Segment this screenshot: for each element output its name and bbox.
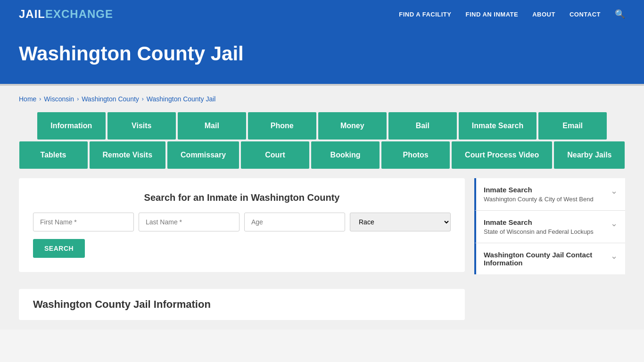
btn-court-process-video[interactable]: Court Process Video — [452, 141, 552, 169]
breadcrumb-sep-3: › — [142, 96, 144, 102]
search-title: Search for an Inmate in Washington Count… — [33, 192, 451, 203]
race-select[interactable]: Race White Black Hispanic Asian Other — [350, 213, 451, 231]
sidebar-item-sub-1: Washington County & City of West Bend — [484, 196, 594, 203]
sidebar-item-text: Inmate Search Washington County & City o… — [484, 186, 594, 203]
breadcrumb-jail[interactable]: Washington County Jail — [147, 95, 216, 103]
btn-information[interactable]: Information — [37, 112, 106, 140]
btn-court[interactable]: Court — [241, 141, 309, 169]
btn-email[interactable]: Email — [538, 112, 607, 140]
nav-find-inmate[interactable]: FIND AN INMATE — [465, 11, 518, 18]
btn-tablets[interactable]: Tablets — [19, 141, 88, 169]
btn-inmate-search[interactable]: Inmate Search — [459, 112, 537, 140]
sidebar-item-text-2: Inmate Search State of Wisconsin and Fed… — [484, 218, 594, 235]
jail-info-section: Washington County Jail Information — [19, 289, 465, 320]
btn-mail[interactable]: Mail — [178, 112, 246, 140]
logo-exchange: EXCHANGE — [45, 8, 113, 20]
sidebar-item-text-3: Washington County Jail Contact Informati… — [484, 251, 606, 267]
inmate-search-panel: Search for an Inmate in Washington Count… — [19, 178, 465, 272]
search-fields: Race White Black Hispanic Asian Other — [33, 213, 451, 231]
search-icon[interactable]: 🔍 — [615, 9, 625, 19]
btn-booking[interactable]: Booking — [311, 141, 380, 169]
breadcrumb-sep-2: › — [77, 96, 79, 102]
btn-phone[interactable]: Phone — [248, 112, 316, 140]
chevron-down-icon-3: ⌄ — [611, 251, 618, 261]
breadcrumb-home[interactable]: Home — [19, 95, 36, 103]
sidebar-item-inmate-search-county[interactable]: Inmate Search Washington County & City o… — [474, 178, 625, 211]
nav-contact[interactable]: CONTACT — [570, 11, 601, 18]
breadcrumb: Home › Wisconsin › Washington County › W… — [19, 95, 625, 103]
main-wrapper: Home › Wisconsin › Washington County › W… — [0, 86, 644, 329]
site-header: JAILEXCHANGE FIND A FACILITY FIND AN INM… — [0, 0, 644, 28]
sidebar-item-title-2: Inmate Search — [484, 218, 594, 226]
sidebar-item-contact-info[interactable]: Washington County Jail Contact Informati… — [474, 243, 625, 274]
site-logo[interactable]: JAILEXCHANGE — [19, 8, 113, 21]
hero-section: Washington County Jail — [0, 28, 644, 84]
btn-photos[interactable]: Photos — [381, 141, 450, 169]
chevron-down-icon-2: ⌄ — [611, 218, 618, 229]
sidebar-item-inmate-search-state[interactable]: Inmate Search State of Wisconsin and Fed… — [474, 211, 625, 243]
last-name-input[interactable] — [139, 213, 239, 231]
sidebar: Inmate Search Washington County & City o… — [474, 178, 625, 320]
main-nav: FIND A FACILITY FIND AN INMATE ABOUT CON… — [399, 9, 625, 19]
category-button-grid: Information Visits Mail Phone Money Bail… — [19, 112, 625, 169]
info-title: Washington County Jail Information — [33, 298, 451, 311]
sidebar-item-sub-2: State of Wisconsin and Federal Lockups — [484, 228, 594, 235]
btn-bail[interactable]: Bail — [388, 112, 457, 140]
sidebar-item-title-1: Inmate Search — [484, 186, 594, 194]
btn-nearby-jails[interactable]: Nearby Jails — [554, 141, 625, 169]
page-title: Washington County Jail — [19, 42, 625, 65]
logo-jail: JAIL — [19, 8, 45, 20]
breadcrumb-sep-1: › — [39, 96, 41, 102]
btn-money[interactable]: Money — [318, 112, 387, 140]
age-input[interactable] — [244, 213, 345, 231]
search-button[interactable]: SEARCH — [33, 239, 85, 258]
nav-about[interactable]: ABOUT — [532, 11, 555, 18]
chevron-down-icon-1: ⌄ — [611, 186, 618, 196]
btn-remote-visits[interactable]: Remote Visits — [90, 141, 166, 169]
breadcrumb-wisconsin[interactable]: Wisconsin — [44, 95, 74, 103]
sidebar-item-title-3: Washington County Jail Contact Informati… — [484, 251, 606, 267]
content-area: Search for an Inmate in Washington Count… — [19, 178, 625, 320]
btn-visits[interactable]: Visits — [107, 112, 176, 140]
breadcrumb-washington-county[interactable]: Washington County — [82, 95, 139, 103]
btn-commissary[interactable]: Commissary — [167, 141, 239, 169]
nav-find-facility[interactable]: FIND A FACILITY — [399, 11, 451, 18]
first-name-input[interactable] — [33, 213, 134, 231]
